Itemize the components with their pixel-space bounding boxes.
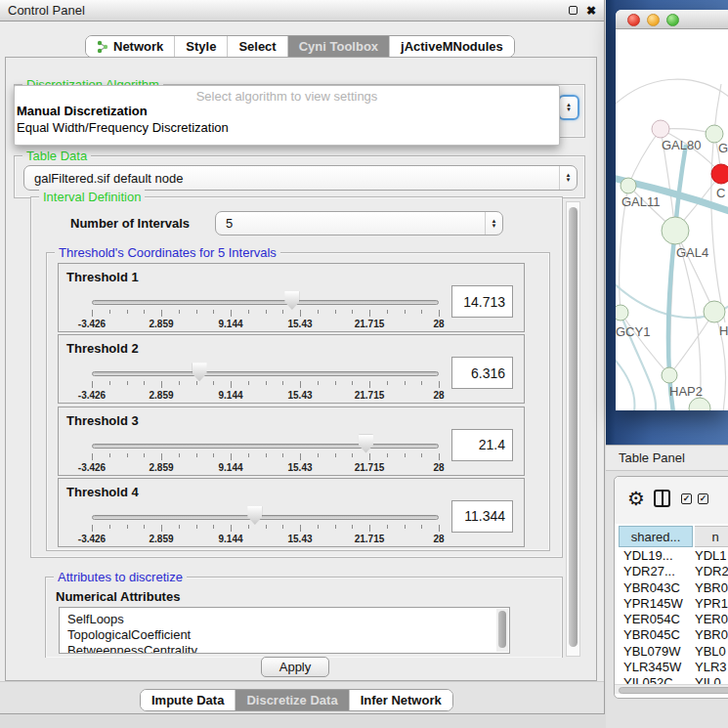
tick-mark xyxy=(144,525,145,529)
table-data-label: Table Data xyxy=(22,149,91,163)
network-edge xyxy=(669,312,714,375)
node-gal11[interactable] xyxy=(621,178,636,193)
list-scrollbar[interactable] xyxy=(496,609,508,652)
algorithm-combo-arrow[interactable]: ▲▼ xyxy=(558,95,579,120)
threshold-slider-thumb[interactable] xyxy=(284,291,299,310)
tick-mark xyxy=(266,525,267,529)
minimize-traffic-light-icon[interactable] xyxy=(647,14,660,26)
tick-label: 15.43 xyxy=(287,390,312,401)
table-row[interactable]: YBL079WYBL0 xyxy=(615,644,728,660)
cell-shared-name: YBR045C xyxy=(623,627,695,643)
network-graph[interactable]: GAL80GACGAL11GAL4GCY1HHAP2 xyxy=(616,29,728,410)
cell-shared-name: YER054C xyxy=(623,612,695,627)
tab-discretize-data[interactable]: Discretize Data xyxy=(236,690,349,710)
tick-mark xyxy=(144,453,145,457)
split-view-icon[interactable] xyxy=(654,490,670,507)
tick-label: 21.715 xyxy=(355,319,385,329)
float-window-icon[interactable] xyxy=(569,6,578,15)
table-data-combobox[interactable]: galFiltered.sif default node ▲▼ xyxy=(23,165,578,191)
number-of-intervals-combobox[interactable]: 5 ▲▼ xyxy=(215,211,503,236)
column-header-shared[interactable]: shared... xyxy=(619,526,693,547)
tick-mark xyxy=(369,453,370,460)
checkbox-icon[interactable]: ✓ xyxy=(698,493,708,504)
node-c[interactable] xyxy=(711,164,728,184)
slider-tick-labels: -3.4262.8599.14415.4321.71528 xyxy=(92,462,439,473)
close-icon[interactable]: ✖ xyxy=(586,0,596,21)
network-window-titlebar xyxy=(616,10,728,29)
cell-shared-name: YPR145W xyxy=(623,596,695,612)
threshold-slider-track[interactable] xyxy=(92,300,439,305)
node-label-gcy1: GCY1 xyxy=(616,324,650,339)
zoom-traffic-light-icon[interactable] xyxy=(666,14,679,26)
network-canvas[interactable]: GAL80GACGAL11GAL4GCY1HHAP2 xyxy=(616,29,728,410)
scrollbar-thumb[interactable] xyxy=(619,687,728,694)
threshold-slider-track[interactable] xyxy=(92,515,439,520)
scrollbar-thumb[interactable] xyxy=(569,207,578,647)
gear-icon[interactable]: ⚙ xyxy=(627,487,645,510)
tick-mark xyxy=(352,381,353,385)
table-row[interactable]: YBR043CYBR0 xyxy=(615,580,728,596)
column-header-name[interactable]: n xyxy=(695,526,728,547)
checkbox-icon[interactable]: ✓ xyxy=(681,493,692,504)
tab-select[interactable]: Select xyxy=(228,36,287,57)
threshold-label: Threshold 4 xyxy=(66,485,139,499)
threshold-slider-thumb[interactable] xyxy=(247,506,262,525)
node-h[interactable] xyxy=(704,301,725,322)
node-partial[interactable] xyxy=(689,398,710,410)
attribute-item-topologicalcoefficient[interactable]: TopologicalCoefficient xyxy=(67,627,509,643)
tab-cyni-toolbox[interactable]: Cyni Toolbox xyxy=(288,36,390,57)
tick-label: 21.715 xyxy=(355,534,385,544)
settings-scrollbar[interactable] xyxy=(566,201,580,657)
thresholds-group-label: Threshold's Coordinates for 5 Intervals xyxy=(55,245,280,260)
tick-label: 28 xyxy=(433,390,444,401)
table-row[interactable]: YER054CYER0 xyxy=(615,612,728,627)
node-hap2[interactable] xyxy=(662,367,677,383)
table-horizontal-scrollbar[interactable] xyxy=(615,684,728,694)
apply-button[interactable]: Apply xyxy=(261,657,329,677)
node-gal80[interactable] xyxy=(652,120,669,138)
dropdown-option-manual-discretization[interactable]: Manual Discretization xyxy=(17,104,148,118)
threshold-label: Threshold 1 xyxy=(66,270,139,284)
threshold-value-field[interactable]: 21.4 xyxy=(451,429,513,461)
tick-mark xyxy=(387,310,388,314)
node-gal4[interactable] xyxy=(662,217,689,244)
tick-mark xyxy=(387,525,388,529)
table-row[interactable]: YPR145WYPR1 xyxy=(615,596,728,612)
slider-ticks xyxy=(92,525,439,533)
threshold-slider-thumb[interactable] xyxy=(359,435,373,453)
tick-mark xyxy=(352,525,353,529)
tab-impute-data[interactable]: Impute Data xyxy=(141,690,236,710)
tab-label: Style xyxy=(186,39,216,54)
table-row[interactable]: YDL19...YDL1 xyxy=(615,548,728,564)
tick-label: 21.715 xyxy=(355,462,385,473)
threshold-value-field[interactable]: 14.713 xyxy=(451,285,513,318)
tab-label: Discretize Data xyxy=(246,693,337,707)
table-row[interactable]: YLR345WYLR3 xyxy=(615,660,728,675)
top-tabs: NetworkStyleSelectCyni ToolboxjActiveMNo… xyxy=(85,35,515,58)
tab-network[interactable]: Network xyxy=(86,36,175,57)
attribute-item-selfloops[interactable]: SelfLoops xyxy=(67,612,509,627)
tick-mark xyxy=(109,381,110,385)
tick-label: 21.715 xyxy=(355,390,385,401)
tick-mark xyxy=(179,381,180,385)
tick-mark xyxy=(352,453,353,457)
numerical-attributes-list[interactable]: SelfLoopsTopologicalCoefficientBetweenne… xyxy=(59,607,510,654)
tick-mark xyxy=(248,381,249,385)
threshold-slider-thumb[interactable] xyxy=(193,363,207,381)
tab-jactivemnodules[interactable]: jActiveMNodules xyxy=(390,36,514,57)
cell-name: YBR0 xyxy=(695,580,728,596)
dropdown-option-equal-width-frequency[interactable]: Equal Width/Frequency Discretization xyxy=(17,120,229,135)
tick-mark xyxy=(369,310,370,317)
close-traffic-light-icon[interactable] xyxy=(627,14,640,26)
tab-infer-network[interactable]: Infer Network xyxy=(350,690,452,710)
threshold-slider-track[interactable] xyxy=(92,371,439,376)
node-gcy1[interactable] xyxy=(616,305,628,321)
attribute-item-betweennesscentrality[interactable]: BetweennessCentrality xyxy=(67,643,509,654)
table-row[interactable]: YBR045CYBR0 xyxy=(615,627,728,643)
table-row[interactable]: YDR27...YDR2 xyxy=(615,564,728,579)
threshold-slider-track[interactable] xyxy=(92,444,439,449)
tab-style[interactable]: Style xyxy=(175,36,228,57)
threshold-value-field[interactable]: 11.344 xyxy=(451,500,513,533)
threshold-value-field[interactable]: 6.316 xyxy=(451,357,513,389)
numerical-attributes-label: Numerical Attributes xyxy=(56,589,180,604)
